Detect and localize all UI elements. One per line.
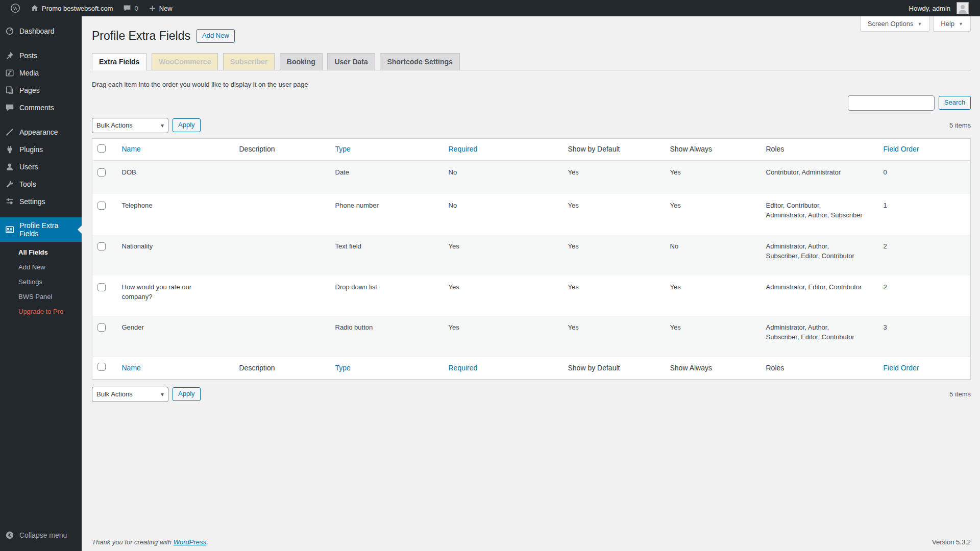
sidebar-item-dashboard[interactable]: Dashboard <box>0 22 82 40</box>
column-header-required[interactable]: Required <box>444 138 563 161</box>
admin-bar-left: W Promo bestwebsoft.com 0 New <box>5 0 178 16</box>
cell-show-by-default: Yes <box>563 235 665 276</box>
comment-bubble-icon <box>123 4 131 12</box>
apply-button[interactable]: Apply <box>173 387 201 401</box>
my-account-menu[interactable]: Howdy, admin <box>904 0 974 16</box>
row-checkbox[interactable] <box>97 283 106 291</box>
plugin-icon <box>5 145 14 154</box>
cell-name: Gender <box>122 323 144 333</box>
help-button[interactable]: Help ▼ <box>933 16 971 32</box>
row-checkbox[interactable] <box>97 168 106 177</box>
sidebar-item-posts[interactable]: Posts <box>0 47 82 64</box>
sidebar-item-users[interactable]: Users <box>0 158 82 176</box>
tab-shortcode-settings[interactable]: Shortcode Settings <box>380 53 459 70</box>
submenu-item-add-new[interactable]: Add New <box>0 260 82 274</box>
cell-description <box>234 316 330 357</box>
bulk-actions-select[interactable]: Bulk Actions <box>92 118 168 133</box>
select-all-checkbox[interactable] <box>97 144 106 153</box>
sidebar-item-profile-extra-fields[interactable]: Profile Extra Fields <box>0 217 82 242</box>
cell-roles: Contributor, Administrator <box>766 168 841 178</box>
tab-subscriber[interactable]: Subscriber <box>223 53 275 70</box>
sidebar-item-comments[interactable]: Comments <box>0 99 82 116</box>
search-button[interactable]: Search <box>939 96 971 110</box>
table-row: Gender Radio button Yes Yes Yes Administ… <box>92 316 971 357</box>
column-header-required[interactable]: Required <box>444 357 563 380</box>
table-row: DOB Date No Yes Yes Contributor, Adminis… <box>92 161 971 194</box>
cell-required: No <box>444 194 563 235</box>
cell-name: DOB <box>122 168 136 178</box>
table-header: Name Description Type Required Show by D… <box>92 138 971 161</box>
tab-booking[interactable]: Booking <box>280 53 323 70</box>
items-count: 5 items <box>949 121 971 129</box>
sidebar-item-appearance[interactable]: Appearance <box>0 123 82 141</box>
collapse-menu-button[interactable]: Collapse menu <box>0 527 82 544</box>
row-checkbox[interactable] <box>97 242 106 251</box>
sidebar-item-tools[interactable]: Tools <box>0 176 82 193</box>
column-header-type[interactable]: Type <box>330 138 444 161</box>
howdy-label: Howdy, admin <box>909 5 950 12</box>
submenu-item-settings[interactable]: Settings <box>0 274 82 289</box>
cell-required: Yes <box>444 276 563 316</box>
admin-bar: W Promo bestwebsoft.com 0 New Howdy, adm… <box>0 0 980 16</box>
wordpress-link[interactable]: WordPress <box>174 538 206 546</box>
sidebar-item-label: Tools <box>19 180 36 188</box>
bulk-actions-row-bottom: Bulk Actions Apply 5 items <box>92 387 971 402</box>
wrench-icon <box>5 180 14 189</box>
cell-required: Yes <box>444 235 563 276</box>
screen-options-button[interactable]: Screen Options ▼ <box>860 16 930 32</box>
row-checkbox[interactable] <box>97 202 106 210</box>
cell-name: How would you rate our company? <box>122 283 193 302</box>
svg-text:W: W <box>13 6 18 11</box>
profile-extra-fields-submenu: All Fields Add New Settings BWS Panel Up… <box>0 242 82 325</box>
column-header-type[interactable]: Type <box>330 357 444 380</box>
comments-menu[interactable]: 0 <box>118 0 143 16</box>
sidebar-item-settings[interactable]: Settings <box>0 193 82 210</box>
submenu-item-all-fields[interactable]: All Fields <box>0 245 82 260</box>
tab-bar: Extra Fields WooCommerce Subscriber Book… <box>92 53 971 70</box>
column-header-description: Description <box>234 138 330 161</box>
cell-field-order: 1 <box>878 194 971 235</box>
column-header-field-order[interactable]: Field Order <box>878 357 971 380</box>
new-content-menu[interactable]: New <box>143 0 178 16</box>
sidebar-item-label: Users <box>19 163 38 171</box>
search-input[interactable] <box>848 95 935 111</box>
site-name-menu[interactable]: Promo bestwebsoft.com <box>26 0 118 16</box>
tab-extra-fields[interactable]: Extra Fields <box>92 53 146 70</box>
cell-show-always: No <box>665 235 761 276</box>
comments-icon <box>5 103 14 112</box>
collapse-menu-label: Collapse menu <box>19 531 67 539</box>
submenu-item-bws-panel[interactable]: BWS Panel <box>0 289 82 304</box>
wordpress-logo-button[interactable]: W <box>5 0 26 16</box>
collapse-arrow-icon <box>5 531 14 540</box>
chevron-down-icon: ▼ <box>917 21 922 27</box>
add-new-button[interactable]: Add New <box>197 29 235 43</box>
sidebar-item-label: Settings <box>19 197 45 206</box>
cell-show-always: Yes <box>665 194 761 235</box>
column-header-name[interactable]: Name <box>117 357 234 380</box>
tab-woocommerce[interactable]: WooCommerce <box>152 53 218 70</box>
cell-description <box>234 235 330 276</box>
help-label: Help <box>941 20 954 28</box>
sidebar-item-plugins[interactable]: Plugins <box>0 141 82 158</box>
submenu-item-upgrade-to-pro[interactable]: Upgrade to Pro <box>0 304 82 319</box>
site-name-label: Promo bestwebsoft.com <box>42 5 113 12</box>
tab-user-data[interactable]: User Data <box>327 53 375 70</box>
sidebar-item-label: Appearance <box>19 128 58 136</box>
cell-roles: Administrator, Author, Subscriber, Edito… <box>766 242 863 261</box>
column-header-field-order[interactable]: Field Order <box>878 138 971 161</box>
plus-icon <box>149 5 156 12</box>
sidebar-item-pages[interactable]: Pages <box>0 82 82 99</box>
sidebar-item-media[interactable]: Media <box>0 64 82 82</box>
bulk-actions-group: Bulk Actions Apply <box>92 387 201 402</box>
chevron-down-icon: ▼ <box>959 21 963 27</box>
row-checkbox[interactable] <box>97 323 106 332</box>
cell-description <box>234 194 330 235</box>
select-all-checkbox[interactable] <box>97 363 106 371</box>
avatar <box>957 2 969 14</box>
home-icon <box>31 4 39 12</box>
cell-show-always: Yes <box>665 161 761 194</box>
column-header-name[interactable]: Name <box>117 138 234 161</box>
cell-show-by-default: Yes <box>563 194 665 235</box>
apply-button[interactable]: Apply <box>173 118 201 132</box>
bulk-actions-select[interactable]: Bulk Actions <box>92 387 168 402</box>
